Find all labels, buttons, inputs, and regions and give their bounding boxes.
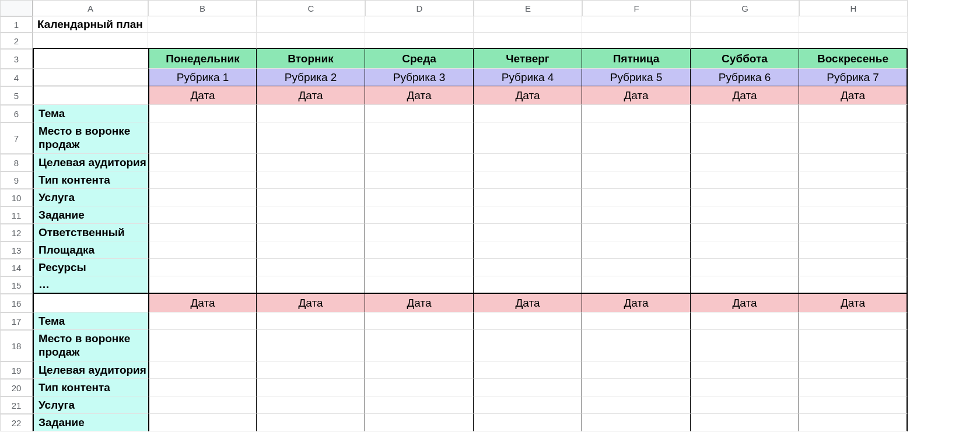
cell-B17[interactable] <box>148 312 257 330</box>
cell-A10[interactable]: Услуга <box>33 189 148 206</box>
cell-B3[interactable]: Понедельник <box>148 49 257 69</box>
cell-G5[interactable]: Дата <box>691 86 799 105</box>
cell-E19[interactable] <box>474 361 582 379</box>
row-header-14[interactable]: 14 <box>0 259 33 276</box>
cell-G15[interactable] <box>691 276 799 294</box>
cell-F10[interactable] <box>582 189 691 206</box>
cell-D8[interactable] <box>365 154 474 171</box>
row-header-10[interactable]: 10 <box>0 189 33 206</box>
cell-D16[interactable]: Дата <box>365 294 474 312</box>
cell-A6[interactable]: Тема <box>33 105 148 122</box>
cell-F1[interactable] <box>582 16 691 33</box>
cell-H6[interactable] <box>799 105 908 122</box>
cell-F15[interactable] <box>582 276 691 294</box>
cell-C13[interactable] <box>257 241 365 259</box>
cell-A7[interactable]: Место в воронке продаж <box>33 122 148 154</box>
cell-E2[interactable] <box>474 33 582 49</box>
cell-B21[interactable] <box>148 396 257 414</box>
cell-C12[interactable] <box>257 224 365 241</box>
row-header-9[interactable]: 9 <box>0 171 33 189</box>
cell-H3[interactable]: Воскресенье <box>799 49 908 69</box>
cell-H9[interactable] <box>799 171 908 189</box>
cell-A1[interactable]: Календарный план <box>33 16 148 33</box>
cell-C20[interactable] <box>257 379 365 396</box>
cell-G19[interactable] <box>691 361 799 379</box>
cell-A17[interactable]: Тема <box>33 312 148 330</box>
cell-A21[interactable]: Услуга <box>33 396 148 414</box>
cell-B20[interactable] <box>148 379 257 396</box>
cell-C16[interactable]: Дата <box>257 294 365 312</box>
cell-C21[interactable] <box>257 396 365 414</box>
cell-F14[interactable] <box>582 259 691 276</box>
cell-D7[interactable] <box>365 122 474 154</box>
cell-G14[interactable] <box>691 259 799 276</box>
row-header-11[interactable]: 11 <box>0 206 33 224</box>
cell-H10[interactable] <box>799 189 908 206</box>
cell-E1[interactable] <box>474 16 582 33</box>
cell-D18[interactable] <box>365 330 474 361</box>
cell-A13[interactable]: Площадка <box>33 241 148 259</box>
cell-B7[interactable] <box>148 122 257 154</box>
cell-H12[interactable] <box>799 224 908 241</box>
cell-A2[interactable] <box>33 33 148 49</box>
cell-E11[interactable] <box>474 206 582 224</box>
cell-C14[interactable] <box>257 259 365 276</box>
row-header-19[interactable]: 19 <box>0 361 33 379</box>
cell-H20[interactable] <box>799 379 908 396</box>
cell-B16[interactable]: Дата <box>148 294 257 312</box>
cell-F17[interactable] <box>582 312 691 330</box>
cell-C4[interactable]: Рубрика 2 <box>257 69 365 86</box>
cell-H5[interactable]: Дата <box>799 86 908 105</box>
cell-C19[interactable] <box>257 361 365 379</box>
cell-B2[interactable] <box>148 33 257 49</box>
cell-F5[interactable]: Дата <box>582 86 691 105</box>
cell-F11[interactable] <box>582 206 691 224</box>
cell-B1[interactable] <box>148 16 257 33</box>
cell-B4[interactable]: Рубрика 1 <box>148 69 257 86</box>
cell-H8[interactable] <box>799 154 908 171</box>
cell-G8[interactable] <box>691 154 799 171</box>
row-header-17[interactable]: 17 <box>0 312 33 330</box>
cell-C2[interactable] <box>257 33 365 49</box>
row-header-20[interactable]: 20 <box>0 379 33 396</box>
cell-B8[interactable] <box>148 154 257 171</box>
cell-D11[interactable] <box>365 206 474 224</box>
row-header-3[interactable]: 3 <box>0 49 33 69</box>
cell-G17[interactable] <box>691 312 799 330</box>
cell-G18[interactable] <box>691 330 799 361</box>
cell-H17[interactable] <box>799 312 908 330</box>
cell-B12[interactable] <box>148 224 257 241</box>
col-header-D[interactable]: D <box>365 0 474 16</box>
cell-A19[interactable]: Целевая аудитория <box>33 361 148 379</box>
cell-A8[interactable]: Целевая аудитория <box>33 154 148 171</box>
cell-D1[interactable] <box>365 16 474 33</box>
row-header-6[interactable]: 6 <box>0 105 33 122</box>
cell-B22[interactable] <box>148 414 257 431</box>
cell-H14[interactable] <box>799 259 908 276</box>
row-header-21[interactable]: 21 <box>0 396 33 414</box>
cell-C9[interactable] <box>257 171 365 189</box>
cell-A18[interactable]: Место в воронке продаж <box>33 330 148 361</box>
col-header-H[interactable]: H <box>799 0 908 16</box>
cell-A12[interactable]: Ответственный <box>33 224 148 241</box>
cell-E8[interactable] <box>474 154 582 171</box>
cell-G9[interactable] <box>691 171 799 189</box>
cell-B18[interactable] <box>148 330 257 361</box>
cell-G22[interactable] <box>691 414 799 431</box>
cell-B19[interactable] <box>148 361 257 379</box>
cell-E6[interactable] <box>474 105 582 122</box>
row-header-4[interactable]: 4 <box>0 69 33 86</box>
spreadsheet-grid[interactable]: A B C D E F G H 1 Календарный план 2 3 П… <box>0 0 980 431</box>
cell-E10[interactable] <box>474 189 582 206</box>
cell-G11[interactable] <box>691 206 799 224</box>
row-header-18[interactable]: 18 <box>0 330 33 361</box>
cell-A22[interactable]: Задание <box>33 414 148 431</box>
cell-F6[interactable] <box>582 105 691 122</box>
cell-B6[interactable] <box>148 105 257 122</box>
cell-F8[interactable] <box>582 154 691 171</box>
cell-G10[interactable] <box>691 189 799 206</box>
cell-A11[interactable]: Задание <box>33 206 148 224</box>
row-header-22[interactable]: 22 <box>0 414 33 431</box>
cell-C8[interactable] <box>257 154 365 171</box>
cell-F16[interactable]: Дата <box>582 294 691 312</box>
